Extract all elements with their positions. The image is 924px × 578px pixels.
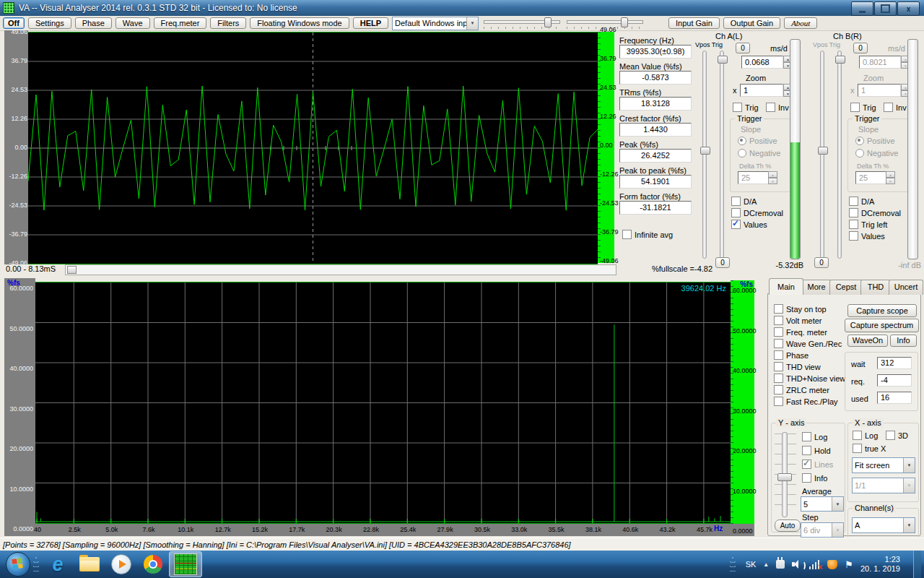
step-select[interactable]: 6 div▼ xyxy=(801,522,844,538)
x-axis-3d-checkbox[interactable] xyxy=(886,431,895,440)
visual-analyser-taskbar-button[interactable] xyxy=(169,551,202,577)
minimize-button[interactable] xyxy=(851,1,873,16)
x-axis-log-checkbox[interactable] xyxy=(853,431,862,440)
ch-b-vpos-zero-button[interactable]: 0 xyxy=(853,43,868,53)
y-axis-slider[interactable] xyxy=(782,432,788,517)
option-thd-view-checkbox[interactable] xyxy=(774,362,783,371)
spin-down-icon[interactable]: ▼ xyxy=(886,178,895,184)
close-button[interactable]: x xyxy=(897,1,920,16)
ch-a-values-checkbox[interactable] xyxy=(731,220,741,229)
input-gain-button[interactable]: Input Gain xyxy=(668,17,720,29)
y-axis-hold-checkbox[interactable] xyxy=(802,446,811,455)
safely-remove-hardware-icon[interactable] xyxy=(776,560,785,569)
input-gain-slider[interactable] xyxy=(482,17,562,29)
tab-uncert[interactable]: Uncert xyxy=(889,280,923,295)
ch-a-inv-checkbox[interactable] xyxy=(766,103,775,112)
option-fast-rec-play-checkbox[interactable] xyxy=(774,397,783,406)
y-axis-log-checkbox[interactable] xyxy=(802,432,811,441)
ch-a-zoom-field[interactable]: 1 xyxy=(740,84,783,97)
ch-a-slope-negative-radio[interactable] xyxy=(738,149,746,158)
output-gain-button[interactable]: Output Gain xyxy=(723,17,780,29)
ch-b-trig-slider[interactable] xyxy=(837,51,842,259)
ch-b-d-a-checkbox[interactable] xyxy=(849,197,858,206)
chrome-icon[interactable] xyxy=(137,552,169,577)
ch-b-zoom-field[interactable]: 1 xyxy=(858,84,901,97)
field-value-req[interactable]: -4 xyxy=(877,374,912,387)
ch-b-trig-thumb[interactable] xyxy=(835,56,845,64)
ch-a-vpos-thumb[interactable] xyxy=(700,147,710,155)
ch-a-dcremoval-checkbox[interactable] xyxy=(731,208,741,217)
y-axis-info-checkbox[interactable] xyxy=(802,473,811,483)
toolbar-button-off[interactable]: Off xyxy=(3,17,25,29)
capture-spectrum-button[interactable]: Capture spectrum xyxy=(845,319,919,332)
option-freq-meter-checkbox[interactable] xyxy=(774,327,783,337)
toolbar-button-freq-meter[interactable]: Freq.meter xyxy=(154,17,207,29)
start-button[interactable] xyxy=(6,552,30,577)
file-explorer-icon[interactable] xyxy=(74,552,105,577)
ch-a-vpos-zero-button[interactable]: 0 xyxy=(736,43,750,53)
ch-b-dcremoval-checkbox[interactable] xyxy=(849,208,858,217)
tab-cepst[interactable]: Cepst xyxy=(829,280,863,295)
hidden-icons-arrow[interactable]: ▲ xyxy=(763,561,769,568)
auto-button[interactable]: Auto xyxy=(775,519,801,532)
internet-explorer-icon[interactable]: e xyxy=(42,552,74,577)
maximize-button[interactable] xyxy=(874,1,897,16)
language-indicator[interactable]: SK xyxy=(746,560,757,569)
show-desktop-button[interactable] xyxy=(913,551,921,578)
y-axis-lines-checkbox[interactable] xyxy=(802,460,811,469)
ch-b-bottom-zero-button[interactable]: 0 xyxy=(814,257,829,268)
tab-more[interactable]: More xyxy=(801,280,832,295)
scope-scrollbar[interactable] xyxy=(65,264,616,275)
ch-b-slope-negative-radio[interactable] xyxy=(855,149,864,158)
about-button[interactable]: About xyxy=(784,17,817,29)
toolbar-button-settings[interactable]: Settings xyxy=(28,17,71,29)
chevron-down-icon[interactable]: ▼ xyxy=(466,17,478,30)
volume-icon[interactable] xyxy=(792,560,802,569)
toolbar-button-filters[interactable]: Filters xyxy=(210,17,246,29)
option-volt-meter-checkbox[interactable] xyxy=(774,316,783,325)
x-axis-true-x-checkbox[interactable] xyxy=(853,444,862,453)
toolbar-button-wave[interactable]: Wave xyxy=(116,17,150,29)
ch-a-trig-slider[interactable] xyxy=(720,51,724,259)
slider-thumb[interactable] xyxy=(544,17,552,27)
input-device-select[interactable]: Default Windows inp ▼ xyxy=(392,17,479,30)
ratio-select[interactable]: 1/1▼ xyxy=(852,478,915,493)
average-select[interactable]: 5▼ xyxy=(801,496,844,512)
ch-a-delta-field[interactable]: 25 xyxy=(738,171,770,184)
tab-thd[interactable]: THD xyxy=(860,280,891,295)
ch-a-slope-positive-radio[interactable] xyxy=(738,137,746,145)
option-phase-checkbox[interactable] xyxy=(774,350,783,360)
ch-b-trig-left-checkbox[interactable] xyxy=(849,220,858,229)
ch-b-delta-field[interactable]: 25 xyxy=(855,171,887,184)
ch-b-trig-checkbox[interactable] xyxy=(850,103,860,112)
channel-select[interactable]: A▼ xyxy=(852,517,915,533)
ch-a-vpos-slider[interactable] xyxy=(702,51,707,259)
field-value-wait[interactable]: 312 xyxy=(877,357,912,369)
infinite-avg-checkbox[interactable] xyxy=(622,230,632,239)
spin-down-icon[interactable]: ▼ xyxy=(768,178,777,184)
scope-scroll-thumb[interactable] xyxy=(67,266,77,274)
field-value-used[interactable]: 16 xyxy=(877,392,912,404)
spin-up-icon[interactable]: ▲ xyxy=(886,171,895,178)
chevron-down-icon[interactable]: ▼ xyxy=(903,458,915,473)
toolbar-button-phase[interactable]: Phase xyxy=(75,17,112,29)
slider-thumb[interactable] xyxy=(621,17,628,27)
action-center-flag-icon[interactable]: ⚑ xyxy=(845,559,853,570)
clock[interactable]: 1:23 20. 1. 2019 xyxy=(860,555,900,574)
toolbar-button-floating-windows-mode[interactable]: Floating Windows mode xyxy=(250,17,349,29)
ch-a-trig-thumb[interactable] xyxy=(718,56,728,64)
ch-a-bottom-zero-button[interactable]: 0 xyxy=(715,257,730,268)
ch-b-vpos-slider[interactable] xyxy=(820,51,824,259)
security-tray-icon[interactable] xyxy=(827,560,837,569)
media-player-icon[interactable] xyxy=(105,552,137,577)
chevron-down-icon[interactable]: ▼ xyxy=(832,497,843,511)
network-icon[interactable]: x xyxy=(809,560,820,569)
ch-a-msd-field[interactable]: 0.0668 xyxy=(741,56,783,69)
option-thd-noise-view-checkbox[interactable] xyxy=(774,374,783,383)
ch-b-msd-field[interactable]: 0.8021 xyxy=(859,56,901,69)
ch-b-values-checkbox[interactable] xyxy=(849,231,858,241)
wave-on-button[interactable]: WaveOn xyxy=(847,335,888,347)
ch-a-d-a-checkbox[interactable] xyxy=(731,197,741,206)
option-wave-gen-rec-checkbox[interactable] xyxy=(774,339,783,348)
info-button[interactable]: Info xyxy=(890,335,917,347)
